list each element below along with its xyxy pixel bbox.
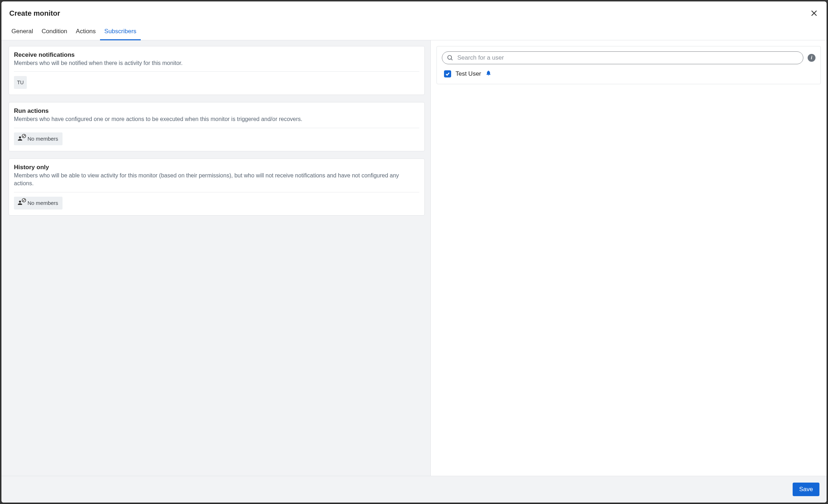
- tab-subscribers[interactable]: Subscribers: [100, 24, 141, 40]
- close-button[interactable]: [809, 8, 819, 19]
- section-title: Receive notifications: [14, 51, 419, 59]
- user-name: Test User: [455, 70, 481, 77]
- search-input[interactable]: [457, 54, 798, 61]
- search-row: i: [442, 51, 815, 64]
- section-description: Members who will be able to view activit…: [14, 172, 419, 188]
- modal-body: Receive notifications Members who will b…: [1, 40, 827, 476]
- no-members-label: No members: [28, 200, 58, 206]
- no-members-label: No members: [28, 136, 58, 142]
- divider: [14, 71, 419, 72]
- tab-actions[interactable]: Actions: [71, 24, 100, 40]
- svg-line-5: [451, 59, 453, 60]
- section-title: Run actions: [14, 107, 419, 115]
- info-button[interactable]: i: [808, 54, 815, 62]
- no-members-chip: No members: [14, 132, 63, 145]
- section-receive-notifications: Receive notifications Members who will b…: [9, 46, 425, 95]
- user-selector-card: i Test User: [437, 46, 821, 84]
- section-run-actions: Run actions Members who have configured …: [9, 102, 425, 151]
- tab-condition[interactable]: Condition: [37, 24, 71, 40]
- user-selector-pane: i Test User: [430, 40, 827, 476]
- bell-icon: [485, 70, 492, 77]
- divider: [14, 192, 419, 192]
- search-icon: [447, 54, 454, 61]
- search-field[interactable]: [442, 51, 803, 64]
- user-row[interactable]: Test User: [442, 64, 815, 80]
- save-button[interactable]: Save: [793, 483, 819, 496]
- member-avatar[interactable]: TU: [14, 76, 27, 89]
- tab-general[interactable]: General: [9, 24, 37, 40]
- modal-header: Create monitor: [1, 1, 827, 24]
- section-description: Members who have configured one or more …: [14, 115, 419, 123]
- info-icon: i: [811, 55, 812, 60]
- no-members-icon: [17, 200, 25, 207]
- modal-footer: Save: [1, 476, 827, 503]
- no-members-icon: [17, 135, 25, 142]
- section-history-only: History only Members who will be able to…: [9, 158, 425, 216]
- tab-bar: General Condition Actions Subscribers: [1, 24, 827, 40]
- svg-point-4: [448, 55, 452, 59]
- modal-title: Create monitor: [9, 9, 60, 17]
- no-members-chip: No members: [14, 197, 63, 210]
- create-monitor-modal: Create monitor General Condition Actions…: [1, 1, 827, 503]
- user-checkbox[interactable]: [444, 70, 451, 77]
- subscribers-sections: Receive notifications Members who will b…: [1, 40, 430, 476]
- divider: [14, 128, 419, 128]
- section-description: Members who will be notified when there …: [14, 59, 419, 67]
- section-title: History only: [14, 164, 419, 171]
- close-icon: [811, 10, 817, 16]
- check-icon: [445, 71, 450, 76]
